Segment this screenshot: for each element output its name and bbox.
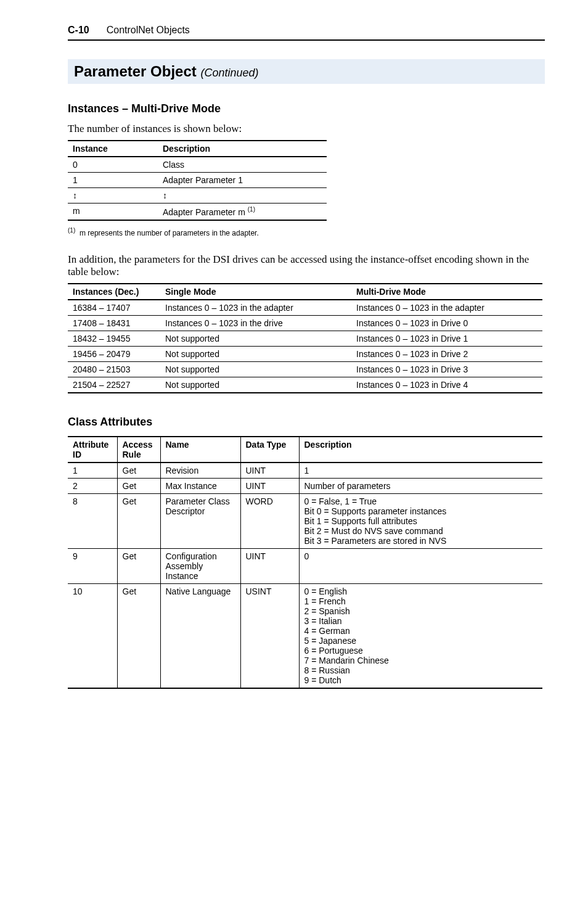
instances-intro: The number of instances is shown below: [68, 123, 545, 135]
table-row: 2GetMax InstanceUINTNumber of parameters [68, 478, 542, 493]
col-header-description: Description [299, 437, 542, 463]
section-continued: (Continued) [200, 67, 258, 79]
cell-attribute-id: 2 [68, 478, 117, 493]
col-header-access-rule: Access Rule [117, 437, 160, 463]
cell-attribute-id: 1 [68, 463, 117, 479]
table-row: 0 Class [68, 157, 327, 173]
page-header: C-10 ControlNet Objects [68, 25, 545, 41]
cell: Instances 0 – 1023 in Drive 0 [351, 315, 542, 331]
cell: 21504 – 22527 [68, 377, 160, 393]
table-row: 16384 – 17407Instances 0 – 1023 in the a… [68, 300, 542, 316]
col-header-multi-drive-mode: Multi-Drive Mode [351, 284, 542, 300]
table-row: 9GetConfiguration Assembly InstanceUINT0 [68, 548, 542, 583]
table-row: 20480 – 21503Not supportedInstances 0 – … [68, 361, 542, 377]
cell-description: Adapter Parameter m (1) [158, 204, 327, 220]
table-row: 10GetNative LanguageUSINT0 = English1 = … [68, 583, 542, 688]
col-header-name: Name [160, 437, 240, 463]
chapter-title: ControlNet Objects [107, 25, 190, 36]
cell-attribute-id: 8 [68, 493, 117, 548]
cell-description: 0 = False, 1 = TrueBit 0 = Supports para… [299, 493, 542, 548]
table-row: 21504 – 22527Not supportedInstances 0 – … [68, 377, 542, 393]
table-row: m Adapter Parameter m (1) [68, 204, 327, 220]
cell-instance: m [68, 204, 158, 220]
cell: Instances 0 – 1023 in the adapter [351, 300, 542, 316]
instances-table: Instance Description 0 Class 1 Adapter P… [68, 140, 327, 221]
cell-description: 0 [299, 548, 542, 583]
cell-access-rule: Get [117, 463, 160, 479]
cell: 17408 – 18431 [68, 315, 160, 331]
cell-access-rule: Get [117, 548, 160, 583]
cell-description: ↕ [158, 188, 327, 204]
instances-between-text: In addition, the parameters for the DSI … [68, 253, 545, 278]
cell-description: 1 [299, 463, 542, 479]
table-row: 1 Adapter Parameter 1 [68, 173, 327, 188]
cell-data-type: UINT [240, 463, 299, 479]
cell-data-type: UINT [240, 548, 299, 583]
section-heading: Parameter Object (Continued) [68, 59, 545, 84]
cell: Not supported [160, 377, 351, 393]
cell: Not supported [160, 331, 351, 346]
cell-access-rule: Get [117, 478, 160, 493]
cell: 16384 – 17407 [68, 300, 160, 316]
cell-access-rule: Get [117, 493, 160, 548]
cell: Instances 0 – 1023 in Drive 3 [351, 361, 542, 377]
cell-attribute-id: 9 [68, 548, 117, 583]
page-number: C-10 [68, 25, 89, 36]
table-row: ↕ ↕ [68, 188, 327, 204]
table-row: 1GetRevisionUINT1 [68, 463, 542, 479]
table-row: 18432 – 19455Not supportedInstances 0 – … [68, 331, 542, 346]
mode-table: Instances (Dec.) Single Mode Multi-Drive… [68, 283, 542, 393]
cell: Instances 0 – 1023 in Drive 4 [351, 377, 542, 393]
col-header-single-mode: Single Mode [160, 284, 351, 300]
col-header-attribute-id: Attribute ID [68, 437, 117, 463]
cell-data-type: WORD [240, 493, 299, 548]
col-header-instance: Instance [68, 141, 158, 157]
footnote-text: m represents the number of parameters in… [80, 229, 259, 237]
class-attributes-heading: Class Attributes [68, 416, 545, 429]
cell-instance: ↕ [68, 188, 158, 204]
table-row: 19456 – 20479Not supportedInstances 0 – … [68, 346, 542, 361]
cell-name: Max Instance [160, 478, 240, 493]
table-row: 8GetParameter Class DescriptorWORD0 = Fa… [68, 493, 542, 548]
section-title: Parameter Object [74, 63, 197, 80]
cell-instance: 1 [68, 173, 158, 188]
footnote-marker: (1) [68, 227, 75, 234]
footnote-marker-inline: (1) [248, 206, 255, 213]
cell-description: Class [158, 157, 327, 173]
cell-name: Parameter Class Descriptor [160, 493, 240, 548]
cell: Not supported [160, 346, 351, 361]
cell: Not supported [160, 361, 351, 377]
col-header-data-type: Data Type [240, 437, 299, 463]
cell-description: Adapter Parameter 1 [158, 173, 327, 188]
cell-access-rule: Get [117, 583, 160, 688]
cell: 20480 – 21503 [68, 361, 160, 377]
cell: 19456 – 20479 [68, 346, 160, 361]
cell: Instances 0 – 1023 in the adapter [160, 300, 351, 316]
class-attributes-table: Attribute ID Access Rule Name Data Type … [68, 436, 542, 689]
cell: Instances 0 – 1023 in the drive [160, 315, 351, 331]
footnote: (1) m represents the number of parameter… [68, 227, 545, 237]
cell-description: 0 = English1 = French2 = Spanish3 = Ital… [299, 583, 542, 688]
table-row: 17408 – 18431Instances 0 – 1023 in the d… [68, 315, 542, 331]
instances-heading: Instances – Multi-Drive Mode [68, 102, 545, 115]
cell-description: Number of parameters [299, 478, 542, 493]
cell-data-type: USINT [240, 583, 299, 688]
cell: Instances 0 – 1023 in Drive 2 [351, 346, 542, 361]
cell: 18432 – 19455 [68, 331, 160, 346]
col-header-instances-dec: Instances (Dec.) [68, 284, 160, 300]
cell-data-type: UINT [240, 478, 299, 493]
cell: Instances 0 – 1023 in Drive 1 [351, 331, 542, 346]
cell-name: Native Language [160, 583, 240, 688]
cell-description-text: Adapter Parameter m [163, 207, 245, 217]
cell-name: Configuration Assembly Instance [160, 548, 240, 583]
cell-instance: 0 [68, 157, 158, 173]
col-header-description: Description [158, 141, 327, 157]
cell-name: Revision [160, 463, 240, 479]
cell-attribute-id: 10 [68, 583, 117, 688]
